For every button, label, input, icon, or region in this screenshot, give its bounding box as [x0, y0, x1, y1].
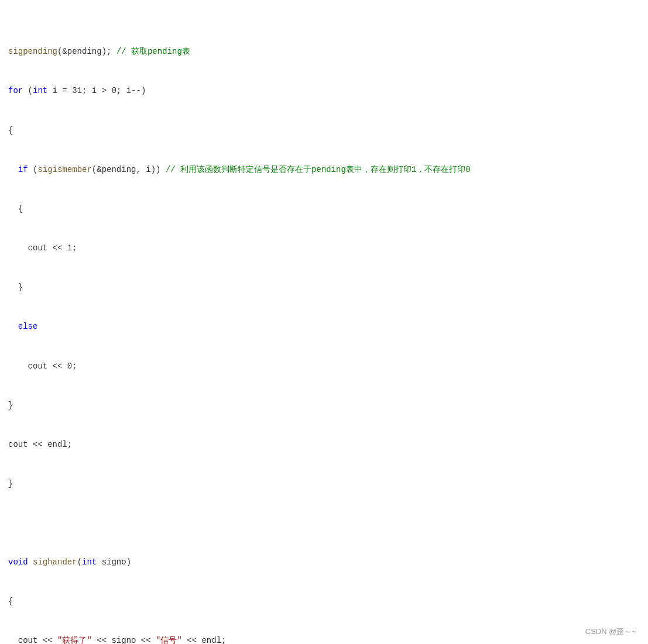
code-line: sigpending(&pending); // 获取pending表 — [6, 45, 642, 58]
code-line: } — [6, 477, 642, 490]
code-editor: sigpending(&pending); // 获取pending表 for … — [0, 6, 648, 644]
watermark: CSDN @歪～~ — [585, 626, 636, 638]
code-line: if (sigismember(&pending, i)) // 利用该函数判断… — [6, 163, 642, 176]
code-line: else — [6, 320, 642, 333]
code-line: } — [6, 399, 642, 412]
code-line: { — [6, 202, 642, 215]
code-line: } — [6, 281, 642, 294]
code-line — [6, 516, 642, 529]
code-line: void sighander(int signo) — [6, 556, 642, 569]
code-line: cout << 0; — [6, 360, 642, 373]
code-line: { — [6, 595, 642, 608]
code-line: { — [6, 124, 642, 137]
code-line: for (int i = 31; i > 0; i--) — [6, 84, 642, 97]
code-line: cout << 1; — [6, 242, 642, 254]
code-line: cout << "获得了" << signo << "信号" << endl; — [6, 634, 642, 644]
code-line: cout << endl; — [6, 438, 642, 451]
